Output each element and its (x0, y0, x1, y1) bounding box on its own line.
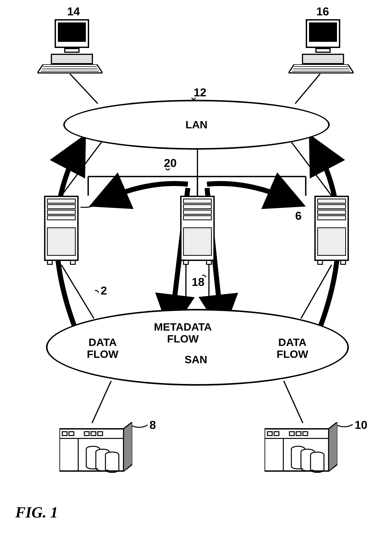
server-left (44, 196, 79, 265)
svg-line-4 (291, 142, 332, 196)
san-label: SAN (184, 354, 207, 366)
keyboard-icon (37, 64, 103, 75)
server-right (314, 196, 349, 265)
ref-san: 2 (101, 284, 107, 297)
san-ellipse: METADATA FLOW DATA FLOW SAN DATA FLOW (46, 309, 349, 386)
monitor-icon (306, 19, 340, 48)
svg-line-12 (301, 265, 332, 319)
monitor-icon (55, 19, 89, 48)
svg-line-2 (61, 142, 102, 196)
lan-ellipse: LAN (63, 100, 330, 150)
ref-client-right: 16 (316, 5, 329, 18)
data-flow-left-label: DATA FLOW (87, 336, 119, 360)
svg-rect-45 (105, 455, 119, 470)
ref-server-right: 6 (295, 209, 302, 222)
storage-right (264, 422, 337, 476)
svg-line-13 (92, 381, 111, 423)
data-flow-right-label: DATA FLOW (277, 336, 308, 360)
figure-1-diagram: LAN 12 14 16 20 4 (27, 15, 364, 533)
keyboard-icon (288, 64, 354, 75)
server-middle (180, 196, 215, 265)
storage-icon (59, 422, 132, 476)
svg-marker-27 (124, 423, 132, 471)
ref-client-left: 14 (67, 5, 80, 18)
storage-icon (264, 422, 337, 476)
ref-lan: 12 (194, 86, 207, 99)
metadata-flow-label: METADATA FLOW (154, 321, 212, 344)
ref-storage-right: 10 (355, 418, 368, 432)
svg-line-9 (61, 265, 94, 319)
svg-line-14 (284, 381, 303, 423)
ref-server-middle: 18 (192, 275, 205, 289)
figure-label: FIG. 1 (15, 504, 58, 521)
svg-rect-68 (311, 455, 324, 470)
lan-label: LAN (185, 119, 208, 131)
client-computer-right (288, 19, 354, 79)
client-computer-left (37, 19, 103, 79)
ref-server-left: 4 (102, 197, 108, 210)
ref-storage-left: 8 (150, 418, 156, 432)
ref-dedicated-net: 20 (164, 156, 177, 170)
storage-left (59, 422, 132, 476)
svg-marker-51 (329, 423, 337, 471)
